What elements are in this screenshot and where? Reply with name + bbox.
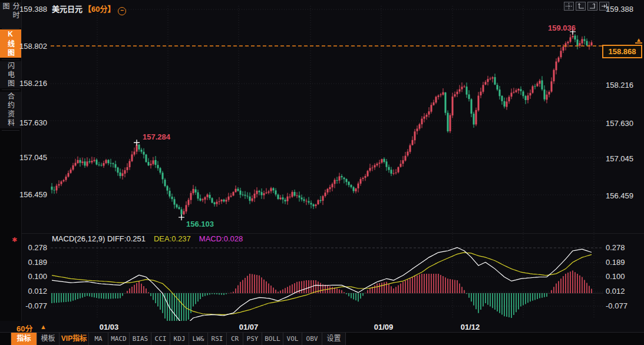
macd-header: MACD(26,12,9) DIFF:0.251DEA:0.237MACD:0.… (52, 234, 243, 243)
macd-axis-label: 0.100 (16, 272, 47, 281)
chart-title: 美元日元【60分】− (52, 3, 126, 15)
x-axis-date: 01/09 (374, 323, 394, 331)
toolbar-item-ma[interactable]: MA (89, 333, 108, 345)
last-price-tag: 158.868 (602, 45, 642, 58)
macd-axis-label: 0.278 (16, 243, 47, 252)
toolbar-item-cci[interactable]: CCI (151, 333, 170, 345)
toolbar-item-bias[interactable]: BIAS (130, 333, 151, 345)
price-axis-label: 158.216 (606, 81, 642, 89)
x-axis-date: 01/12 (461, 323, 480, 331)
x-axis-date: 01/03 (100, 323, 119, 331)
price-axis-label: 157.045 (606, 154, 642, 163)
toolbar-item-vol[interactable]: VOL (283, 333, 302, 345)
toolbar-spacer (0, 333, 11, 345)
timeframe-up-arrow-icon[interactable]: ▲ (40, 323, 47, 330)
chart-toolbar (564, 2, 609, 11)
toolbar-item-indicator[interactable]: 指标 (11, 333, 37, 345)
toolbar-item-rsi[interactable]: RSI (208, 333, 227, 345)
timeframe-label: 【60分】 (84, 5, 115, 14)
toolbar-fill (346, 333, 644, 345)
peak-price-annotation: 157.284 (143, 132, 170, 141)
axis-scale-right-icon[interactable] (587, 2, 597, 11)
macd-axis-label: 0.189 (606, 258, 642, 267)
toolbar-item-template[interactable]: 模板 (37, 333, 60, 345)
price-axis-label: 157.045 (16, 153, 47, 162)
macd-bar-value: MACD:0.028 (199, 234, 243, 243)
toolbar-item-cr[interactable]: CR (227, 333, 243, 345)
toolbar-item-settings[interactable]: 设置 (322, 333, 346, 345)
macd-axis-label: 0.100 (606, 272, 642, 281)
candlestick-chart[interactable] (0, 0, 644, 323)
toolbar-item-macd[interactable]: MACD (108, 333, 130, 345)
price-axis-label: 156.459 (606, 191, 642, 200)
minus-circle-icon[interactable]: − (118, 7, 126, 15)
price-axis-label: 156.459 (16, 190, 47, 199)
axis-scale-left-icon[interactable] (576, 2, 586, 11)
price-arrow-marker: ▲ (635, 37, 642, 44)
indicator-toolbar: 指标 模板 VIP指标 MA MACD BIAS CCI KDJ LW& RSI… (0, 332, 644, 345)
sidebar-divider (2, 89, 19, 90)
x-axis-date: 01/07 (239, 323, 259, 331)
price-axis-label: 159.388 (606, 5, 642, 14)
macd-axis-label: 0.189 (16, 258, 47, 267)
macd-axis-label: -0.077 (16, 301, 47, 310)
macd-axis-label: -0.077 (606, 301, 642, 310)
price-axis-label: 158.216 (16, 79, 47, 88)
macd-axis-label: 0.278 (606, 243, 642, 252)
price-axis-label: 158.802 (16, 42, 47, 51)
toolbar-item-lw[interactable]: LW& (189, 333, 208, 345)
crosshair-icon[interactable] (564, 2, 574, 11)
sidebar-divider (2, 130, 19, 131)
price-axis-label: 157.630 (16, 118, 47, 127)
high-price-annotation: 159.036 (548, 24, 576, 32)
toolbar-item-psy[interactable]: PSY (243, 333, 262, 345)
toolbar-item-obv[interactable]: OBV (302, 333, 322, 345)
macd-axis-label: 0.012 (16, 287, 47, 296)
macd-dea-value: DEA:0.237 (154, 234, 191, 243)
macd-axis-label: 0.012 (606, 287, 642, 296)
trading-app-window: 分时图 K线图 闪电图 合约资料 美元日元【60分】− 159.388 158.… (0, 0, 644, 345)
sidebar-divider (2, 28, 19, 29)
toolbar-item-vip-indicator[interactable]: VIP指标 (60, 333, 89, 345)
toolbar-item-kdj[interactable]: KDJ (170, 333, 189, 345)
symbol-name: 美元日元 (52, 5, 82, 14)
sidebar-divider (2, 59, 19, 60)
toolbar-item-boll[interactable]: BOLL (262, 333, 283, 345)
macd-diff-value: MACD(26,12,9) DIFF:0.251 (52, 234, 146, 243)
price-axis-label: 157.630 (606, 119, 642, 128)
price-axis-label: 159.388 (16, 5, 47, 14)
low-price-annotation: 156.103 (186, 220, 214, 228)
